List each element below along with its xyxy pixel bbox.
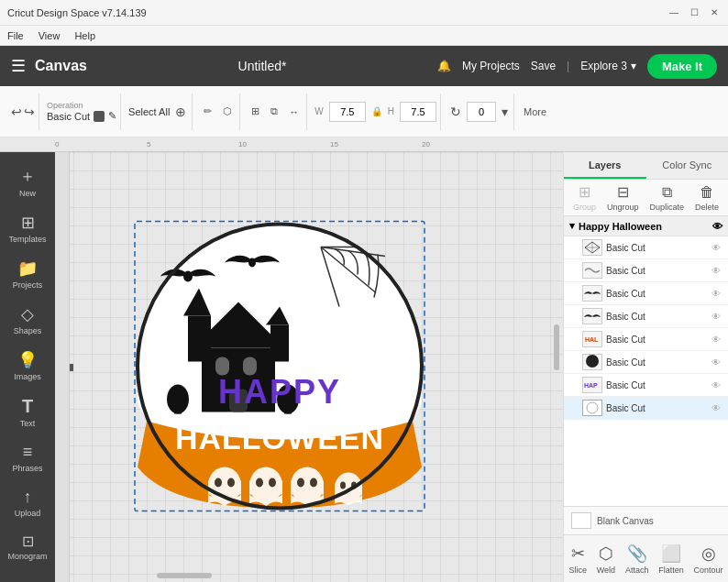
flatten-button[interactable]: ⬜ Flatten <box>658 544 684 575</box>
chevron-down-icon: ▾ <box>569 220 575 232</box>
flip-icon: ↔ <box>289 106 299 117</box>
width-input[interactable] <box>329 102 366 122</box>
svg-point-5 <box>183 270 193 281</box>
tab-color-sync[interactable]: Color Sync <box>646 152 729 179</box>
lock-icon[interactable]: 🔒 <box>370 104 384 118</box>
layer-item[interactable]: Basic Cut 👁 <box>564 397 728 420</box>
more-button[interactable]: More <box>518 104 552 119</box>
layer-eye-icon[interactable]: 👁 <box>711 335 721 345</box>
layer-item[interactable]: Basic Cut 👁 <box>564 282 728 305</box>
close-button[interactable]: ✕ <box>708 6 721 19</box>
layer-item[interactable]: HAP Basic Cut 👁 <box>564 374 728 397</box>
svg-text:HAL: HAL <box>585 336 599 343</box>
layer-eye-icon[interactable]: 👁 <box>711 289 721 299</box>
sidebar-item-shapes-label: Shapes <box>14 326 42 335</box>
layer-eye-icon[interactable]: 👁 <box>711 312 721 322</box>
operation-color-swatch <box>94 111 105 122</box>
save-button[interactable]: Save <box>531 60 556 72</box>
select-all-button[interactable]: Select All <box>128 106 170 117</box>
templates-icon: ⊞ <box>21 213 35 233</box>
group-button[interactable]: ⊞ Group <box>571 181 598 214</box>
svg-point-28 <box>256 478 263 487</box>
layer-item[interactable]: Basic Cut 👁 <box>564 351 728 374</box>
sidebar-item-projects[interactable]: 📁 Projects <box>4 253 51 295</box>
sidebar-item-upload[interactable]: ↑ Upload <box>4 482 51 523</box>
layer-item[interactable]: Basic Cut 👁 <box>564 236 728 259</box>
attach-button[interactable]: 📎 Attach <box>625 544 649 575</box>
align-button[interactable]: ⊞ <box>248 104 263 119</box>
ungroup-button[interactable]: ⊟ Ungroup <box>605 181 641 214</box>
rotate-button[interactable]: ↻ <box>448 103 463 121</box>
notification-bell[interactable]: 🔔 <box>437 60 451 72</box>
layer-thumbnail <box>582 354 602 370</box>
slice-button[interactable]: ✂ Slice <box>568 544 587 575</box>
flatten-icon: ⬜ <box>661 544 681 564</box>
weld-icon: ⬡ <box>599 544 613 564</box>
group-eye-icon[interactable]: 👁 <box>712 221 722 232</box>
sidebar-item-templates[interactable]: ⊞ Templates <box>4 207 51 249</box>
project-name: Untitled* <box>238 59 287 73</box>
layer-eye-icon[interactable]: 👁 <box>711 266 721 276</box>
svg-point-36 <box>340 481 346 489</box>
shapes-icon: ◇ <box>21 304 34 324</box>
file-menu[interactable]: File <box>7 30 24 41</box>
hamburger-icon[interactable]: ☰ <box>11 56 26 76</box>
redo-button[interactable]: ↪ <box>24 104 35 119</box>
sidebar-item-templates-label: Templates <box>8 235 46 244</box>
help-menu[interactable]: Help <box>74 30 95 41</box>
tab-layers[interactable]: Layers <box>564 152 646 179</box>
layer-thumbnail <box>582 239 602 256</box>
height-input[interactable] <box>400 102 436 122</box>
layer-eye-icon[interactable]: 👁 <box>711 357 721 368</box>
undo-redo-group: ↩ ↪ <box>11 104 35 119</box>
operation-value[interactable]: Basic Cut ✎ <box>47 110 116 122</box>
sidebar-item-shapes[interactable]: ◇ Shapes <box>4 299 51 341</box>
layer-item[interactable]: Basic Cut 👁 <box>564 259 728 282</box>
duplicate-icon: ⧉ <box>662 184 672 201</box>
align-icon: ⊞ <box>251 105 259 117</box>
select-icon-button[interactable]: ⊕ <box>173 103 188 121</box>
operation-label: Operation <box>47 101 116 110</box>
sidebar-item-new-label: New <box>19 189 36 198</box>
sidebar-item-new[interactable]: ＋ New <box>4 159 51 203</box>
weld-button[interactable]: ⬡ Weld <box>597 544 615 575</box>
explore-button[interactable]: Explore 3 ▾ <box>580 60 636 72</box>
layer-eye-icon[interactable]: 👁 <box>711 243 721 253</box>
layer-eye-icon[interactable]: 👁 <box>711 403 721 413</box>
maximize-button[interactable]: ☐ <box>688 6 700 19</box>
header-left: ☰ Canvas <box>11 56 87 76</box>
offset-button[interactable]: ⬡ <box>219 104 236 119</box>
sidebar-item-monogram[interactable]: ⊡ Monogram <box>4 527 51 566</box>
sidebar-item-text[interactable]: T Text <box>4 390 51 434</box>
sidebar-item-images[interactable]: 💡 Images <box>4 345 51 387</box>
sidebar-item-phrases[interactable]: ≡ Phrases <box>4 437 51 478</box>
duplicate-button[interactable]: ⧉ Duplicate <box>647 182 686 214</box>
layer-name: Basic Cut <box>606 289 708 299</box>
minimize-button[interactable]: — <box>667 6 680 19</box>
canvas-area[interactable]: HAPPY HALLOWEEN <box>55 152 563 582</box>
svg-point-45 <box>587 402 598 413</box>
undo-button[interactable]: ↩ <box>11 104 22 119</box>
arrange-button[interactable]: ⧉ <box>267 104 281 119</box>
layer-eye-icon[interactable]: 👁 <box>711 380 721 390</box>
rotate-chevron[interactable]: ▾ <box>500 103 510 121</box>
edit-button[interactable]: ✏ <box>200 104 215 119</box>
view-menu[interactable]: View <box>39 30 61 41</box>
design-container[interactable]: HAPPY HALLOWEEN <box>133 219 426 515</box>
make-it-button[interactable]: Make It <box>647 54 717 79</box>
blank-canvas-row: Blank Canvas <box>564 506 728 534</box>
layer-name: Basic Cut <box>606 380 708 390</box>
layer-name: Basic Cut <box>606 266 708 276</box>
layer-group-header[interactable]: ▾ Happy Halloween 👁 <box>564 216 728 236</box>
rotate-input[interactable] <box>467 102 496 122</box>
layer-item[interactable]: Basic Cut 👁 <box>564 305 728 328</box>
my-projects-button[interactable]: My Projects <box>462 60 520 72</box>
toolbar-operation: Operation Basic Cut ✎ <box>43 93 121 130</box>
layer-item[interactable]: HAL Basic Cut 👁 <box>564 328 728 351</box>
contour-icon: ◎ <box>701 544 716 564</box>
contour-button[interactable]: ◎ Contour <box>694 544 723 575</box>
delete-button[interactable]: 🗑 Delete <box>693 182 721 214</box>
toolbar-align-group: ⊞ ⧉ ↔ <box>244 93 307 130</box>
flip-button[interactable]: ↔ <box>285 104 303 119</box>
sidebar-item-projects-label: Projects <box>13 280 43 290</box>
